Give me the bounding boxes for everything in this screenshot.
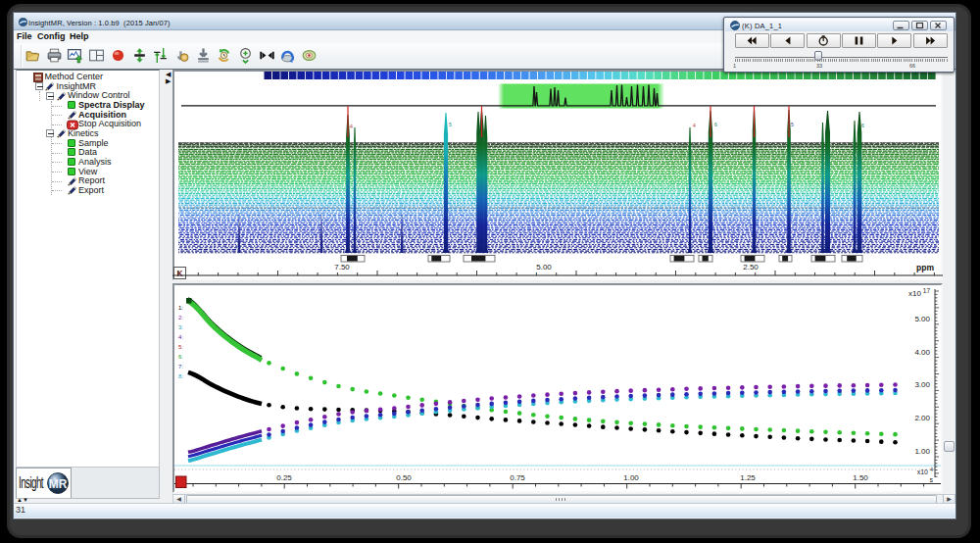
svg-text:17: 17 (923, 287, 931, 294)
svg-text:6:: 6: (178, 354, 183, 360)
svg-text:4:: 4: (178, 334, 183, 340)
svg-text:0.75: 0.75 (510, 473, 525, 482)
svg-text:0.50: 0.50 (396, 473, 412, 482)
svg-text:0.25: 0.25 (276, 473, 292, 482)
svg-text:8:: 8: (178, 373, 183, 379)
svg-text:5:: 5: (178, 344, 183, 350)
svg-text:4.00: 4.00 (914, 348, 930, 357)
svg-text:6: 6 (861, 123, 864, 128)
svg-text:x10: x10 (908, 289, 921, 298)
svg-text:4: 4 (693, 123, 696, 128)
svg-text:x10: x10 (917, 469, 928, 475)
svg-text:4: 4 (350, 123, 353, 129)
svg-text:1.50: 1.50 (853, 473, 868, 482)
svg-text:1:: 1: (178, 305, 183, 311)
svg-text:MR: MR (49, 477, 68, 491)
svg-text:4: 4 (930, 467, 933, 472)
svg-text:1.25: 1.25 (740, 473, 756, 482)
svg-text:3.00: 3.00 (914, 380, 930, 389)
svg-text:2.00: 2.00 (914, 414, 930, 422)
svg-text:5.00: 5.00 (914, 315, 930, 323)
svg-text:1.00: 1.00 (623, 473, 639, 482)
svg-text:3:: 3: (178, 324, 183, 330)
svg-text:6: 6 (714, 122, 717, 127)
svg-text:7:: 7: (178, 364, 183, 370)
svg-text:1.00: 1.00 (914, 447, 930, 456)
svg-text:2:: 2: (178, 315, 183, 321)
svg-text:5: 5 (449, 122, 452, 127)
svg-text:5: 5 (791, 122, 794, 127)
svg-text:s: s (930, 476, 934, 483)
